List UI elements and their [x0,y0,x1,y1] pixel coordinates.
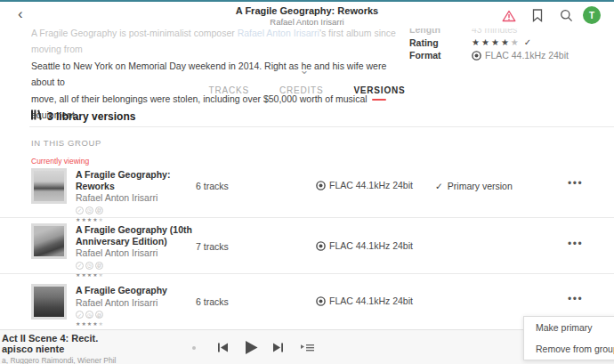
version-row-3[interactable]: A Fragile Geography Rafael Anton Irisarr… [0,284,614,330]
rating-row: Rating ★★★★★ ✓ [409,36,569,50]
primary-version-indicator: ✓Primary version [435,181,513,191]
version-row-1[interactable]: A Fragile Geography: Reworks Rafael Anto… [0,168,614,217]
identified-badge-icon: ✓ [76,262,84,270]
quality-circle-icon: @ [95,206,103,214]
overflow-menu-button[interactable]: ••• [568,238,583,250]
play-button[interactable] [244,330,259,364]
player-status-dot [192,330,196,364]
expand-description-chevron-icon[interactable]: ⌄ [294,63,315,77]
quality-badge-icon [316,296,326,306]
version-title: A Fragile Geography: Reworks [76,169,198,191]
previous-track-button[interactable] [217,330,229,364]
track-count: 7 tracks [196,241,229,252]
track-count: 6 tracks [196,296,229,307]
format-text: FLAC 44.1kHz 24bit [329,240,413,251]
quality-circle-icon: @ [95,262,103,270]
history-badge-icon: ◷ [85,262,93,270]
search-icon[interactable] [560,9,573,26]
quality-badge-icon [472,51,481,61]
version-artist: Rafael Anton Irisarri [76,192,198,204]
format-info: FLAC 44.1kHz 24bit [316,295,413,306]
version-badges: ✓ ◷ @ [76,311,198,319]
now-playing-title: Act II Scene 4: Recit. [2,333,117,344]
tab-versions[interactable]: VERSIONS [353,85,405,101]
format-value: FLAC 44.1kHz 24bit [485,50,569,61]
track-count: 6 tracks [196,181,229,191]
version-badges: ✓ ◷ @ [76,206,198,214]
next-track-button[interactable] [272,330,284,364]
app-header: ‹ A Fragile Geography: Reworks Rafael An… [0,2,614,28]
library-versions-count: 3 library versions [47,110,135,123]
tab-credits-label: CREDITS [279,85,324,95]
version-context-menu: Make primary Remove from group [523,316,614,360]
app-window: A Fragile Geography is post-minimalist c… [0,0,614,364]
row-divider [0,273,614,274]
quality-badge-icon [316,181,326,190]
description-line-1: A Fragile Geography is post-minimalist c… [31,25,403,58]
now-playing-artists: a, Ruggero Raimondi, Wiener Phil [2,356,117,364]
history-badge-icon: ◷ [85,311,93,319]
menu-item-remove-from-group[interactable]: Remove from group [524,338,614,360]
history-badge-icon: ◷ [85,206,93,214]
version-title: A Fragile Geography [76,285,198,296]
player-bar: Act II Scene 4: Recit. apisco niente a, … [0,329,614,364]
version-row-2[interactable]: A Fragile Geography (10th Anniversary Ed… [0,223,614,273]
rating-label: Rating [409,37,472,48]
star-light: ★ [99,321,104,327]
format-label: Format [409,50,472,61]
quality-badge-icon [316,241,326,251]
library-versions-heading: 3 library versions [31,109,135,123]
identified-badge-icon: ✓ [76,311,84,319]
currently-viewing-label: Currently viewing [31,157,89,166]
description-text: A Fragile Geography is post-minimalist c… [31,28,238,38]
primary-version-label: Primary version [448,181,513,191]
page-title: A Fragile Geography: Reworks [0,5,614,16]
version-artist: Rafael Anton Irisarri [76,297,198,309]
version-rating-stars: ★★★★★ [76,271,198,278]
menu-item-make-primary[interactable]: Make primary [524,317,614,338]
album-art-thumbnail [31,284,67,320]
page-subtitle: Rafael Anton Irisarri [0,17,614,27]
tab-tracks[interactable]: TRACKS [209,85,249,101]
row-divider [0,217,614,218]
user-avatar[interactable]: T [583,6,601,24]
version-badges: ✓ ◷ @ [76,262,198,270]
version-rating-stars: ★★★★★ [76,320,198,327]
version-info: A Fragile Geography: Reworks Rafael Anto… [76,169,198,222]
version-info: A Fragile Geography Rafael Anton Irisarr… [76,285,198,327]
album-metadata: Length 43 minutes Rating ★★★★★ ✓ Format … [409,23,569,62]
album-art-thumbnail [31,168,67,204]
artist-link[interactable]: Rafael Anton Irisarri [238,28,319,38]
album-description: A Fragile Geography is post-minimalist c… [31,25,403,123]
warning-triangle-icon[interactable] [502,10,516,26]
album-tabs: TRACKS CREDITS VERSIONS [0,85,614,101]
identified-badge-icon: ✓ [76,206,84,214]
now-playing-title-2: apisco niente [2,344,117,354]
format-text: FLAC 44.1kHz 24bit [329,180,413,190]
library-icon [31,109,42,123]
format-text: FLAC 44.1kHz 24bit [329,295,413,306]
format-row: Format FLAC 44.1kHz 24bit [409,49,569,62]
rating-half-star[interactable]: ★ [511,37,519,47]
version-info: A Fragile Geography (10th Anniversary Ed… [76,224,198,278]
overflow-menu-button[interactable]: ••• [568,177,583,190]
stars-filled: ★★★★ [76,321,99,327]
active-tab-underline [372,99,386,101]
tab-credits[interactable]: CREDITS [279,85,324,101]
quality-circle-icon: @ [95,311,103,319]
overflow-menu-button[interactable]: ••• [568,293,583,305]
version-title: A Fragile Geography (10th Anniversary Ed… [76,224,198,247]
album-art-thumbnail [31,223,67,259]
in-this-group-label: IN THIS GROUP [31,138,101,148]
version-artist: Rafael Anton Irisarri [76,247,198,259]
tab-versions-label: VERSIONS [353,85,405,95]
section-divider [29,126,614,127]
play-queue-button[interactable] [301,330,314,364]
rating-stars[interactable]: ★★★★ [472,37,511,47]
now-playing-info[interactable]: Act II Scene 4: Recit. apisco niente a, … [2,333,117,364]
format-info: FLAC 44.1kHz 24bit [316,180,413,190]
bookmark-icon[interactable] [532,9,543,26]
format-info: FLAC 44.1kHz 24bit [316,240,413,251]
rating-check-icon: ✓ [524,37,531,47]
check-icon: ✓ [435,181,443,191]
